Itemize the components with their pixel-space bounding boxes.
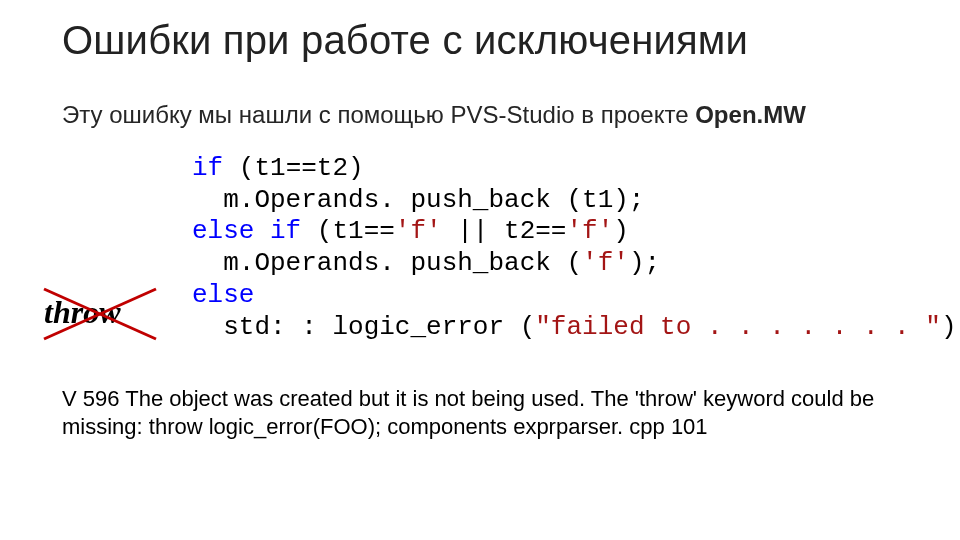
- throw-annotation: throw: [44, 269, 164, 339]
- slide-subtitle: Эту ошибку мы нашли с помощью PVS-Studio…: [62, 101, 910, 129]
- slide-title: Ошибки при работе с исключениями: [62, 18, 910, 63]
- code-l3b: || t2==: [442, 216, 567, 246]
- body-row: throw if (t1==t2) m.Operands. push_back …: [62, 153, 910, 343]
- kw-elseif: else if: [192, 216, 301, 246]
- str-1: 'f': [395, 216, 442, 246]
- slide: Ошибки при работе с исключениями Эту оши…: [0, 0, 960, 442]
- str-3: 'f': [582, 248, 629, 278]
- project-name: Open.MW: [695, 101, 806, 128]
- code-l2: m.Operands. push_back (t1);: [192, 185, 644, 215]
- code-l4a: m.Operands. push_back (: [192, 248, 582, 278]
- kw-if: if: [192, 153, 223, 183]
- kw-else: else: [192, 280, 254, 310]
- diagnostic-message: V 596 The object was created but it is n…: [62, 385, 902, 441]
- code-l6b: );: [941, 312, 960, 342]
- str-2: 'f': [566, 216, 613, 246]
- code-block: if (t1==t2) m.Operands. push_back (t1); …: [192, 153, 960, 343]
- cross-out-icon: [38, 279, 168, 349]
- code-l3c: ): [613, 216, 629, 246]
- code-l1: (t1==t2): [223, 153, 363, 183]
- code-l6a: std: : logic_error (: [192, 312, 535, 342]
- subtitle-text: Эту ошибку мы нашли с помощью PVS-Studio…: [62, 101, 695, 128]
- str-4: "failed to . . . . . . . ": [535, 312, 941, 342]
- code-l4b: );: [629, 248, 660, 278]
- code-l3a: (t1==: [301, 216, 395, 246]
